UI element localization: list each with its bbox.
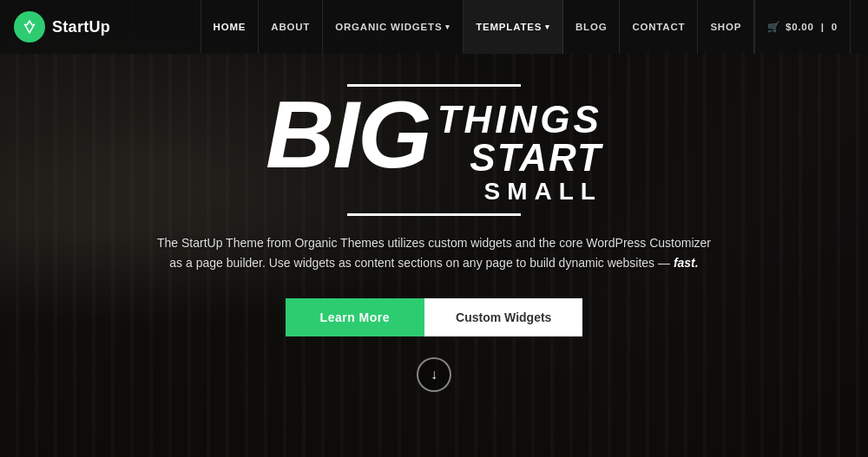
headline-main: BIG THINGS START SMALL <box>266 94 602 206</box>
nav-cart[interactable]: 🛒 $0.00 | 0 <box>754 0 851 54</box>
learn-more-button[interactable]: Learn More <box>286 298 424 336</box>
headline-bottom-line <box>347 213 521 216</box>
nav-item-organic-widgets[interactable]: ORGANIC WIDGETS ▾ <box>323 0 464 54</box>
cart-separator: | <box>821 22 825 32</box>
nav-item-shop[interactable]: SHOP <box>698 0 754 54</box>
logo-icon <box>14 11 45 42</box>
startup-icon <box>21 18 38 36</box>
nav-item-about[interactable]: ABOUT <box>259 0 323 54</box>
chevron-down-icon: ↓ <box>431 367 437 382</box>
custom-widgets-button[interactable]: Custom Widgets <box>424 298 582 336</box>
hero-headline: BIG THINGS START SMALL <box>266 84 602 216</box>
hero-description-fast: fast. <box>674 256 699 270</box>
nav-item-contact[interactable]: CONTACT <box>620 0 698 54</box>
cart-count: 0 <box>832 22 838 32</box>
nav-item-templates[interactable]: TEMPLATES ▾ <box>464 0 563 54</box>
headline-big: BIG <box>266 94 431 175</box>
logo-text: StartUp <box>52 18 110 36</box>
cart-icon: 🛒 <box>767 21 780 33</box>
scroll-down-button[interactable]: ↓ <box>417 357 451 392</box>
nav-item-home[interactable]: HOME <box>201 0 260 54</box>
cart-price: $0.00 <box>786 22 814 32</box>
hero-buttons: Learn More Custom Widgets <box>286 298 583 336</box>
logo-link[interactable]: StartUp <box>14 11 110 42</box>
nav-menu: HOME ABOUT ORGANIC WIDGETS ▾ TEMPLATES ▾… <box>201 0 851 54</box>
templates-dropdown-caret: ▾ <box>545 23 550 31</box>
headline-things: THINGS <box>437 101 602 139</box>
headline-small: SMALL <box>437 177 602 206</box>
organic-widgets-dropdown-caret: ▾ <box>445 23 450 31</box>
hero-description: The StartUp Theme from Organic Themes ut… <box>156 233 712 275</box>
navbar: StartUp HOME ABOUT ORGANIC WIDGETS ▾ TEM… <box>0 0 868 54</box>
hero-section: BIG THINGS START SMALL The StartUp Theme… <box>0 54 868 457</box>
nav-item-blog[interactable]: BLOG <box>563 0 620 54</box>
headline-start: START <box>437 139 602 177</box>
headline-right: THINGS START SMALL <box>437 101 602 206</box>
